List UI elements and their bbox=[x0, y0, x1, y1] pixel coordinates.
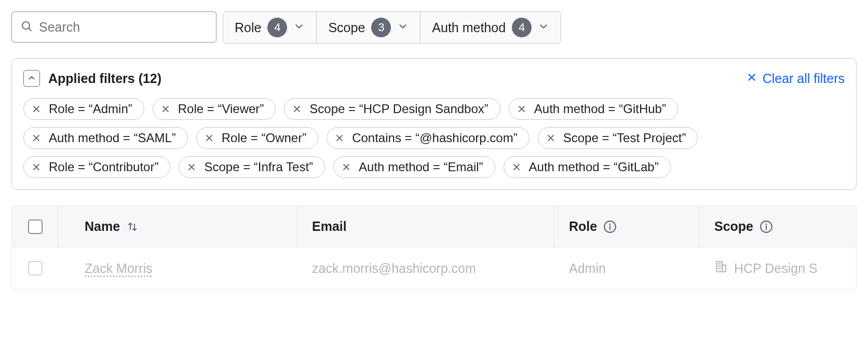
filter-chip: Auth method = “GitLab” bbox=[504, 156, 671, 178]
filter-chip: Scope = “HCP Design Sandbox” bbox=[284, 98, 500, 120]
chip-label: Scope = “Infra Test” bbox=[204, 160, 313, 174]
chip-close-icon[interactable] bbox=[341, 162, 351, 172]
chip-close-icon[interactable] bbox=[334, 133, 345, 143]
sort-icon bbox=[126, 221, 139, 233]
column-header-label: Name bbox=[85, 219, 120, 234]
chip-label: Role = “Contributor” bbox=[49, 160, 158, 174]
chip-label: Role = “Admin” bbox=[49, 102, 132, 116]
column-header-label: Scope bbox=[714, 219, 753, 234]
applied-filters-header: Applied filters (12) Clear all filters bbox=[23, 70, 845, 87]
chip-close-icon[interactable] bbox=[31, 133, 42, 143]
filter-label: Role bbox=[235, 20, 261, 35]
column-header-label: Email bbox=[312, 219, 347, 234]
row-checkbox-cell bbox=[12, 247, 59, 289]
cell-name[interactable]: Zack Morris bbox=[59, 247, 297, 289]
chevron-down-icon bbox=[538, 20, 549, 35]
chevron-down-icon bbox=[397, 20, 409, 35]
filter-chip: Scope = “Infra Test” bbox=[179, 156, 325, 178]
chip-close-icon[interactable] bbox=[517, 104, 527, 114]
chip-close-icon[interactable] bbox=[31, 104, 42, 114]
user-email: zack.morris@hashicorp.com bbox=[312, 261, 476, 276]
applied-filters-title: Applied filters (12) bbox=[48, 71, 161, 86]
building-icon bbox=[714, 260, 728, 277]
search-icon bbox=[20, 20, 39, 34]
info-icon[interactable] bbox=[760, 220, 773, 233]
filter-chips: Role = “Admin” Role = “Viewer” Scope = “… bbox=[23, 98, 845, 178]
info-icon[interactable] bbox=[603, 220, 617, 233]
chip-label: Role = “Viewer” bbox=[178, 102, 264, 116]
filter-chip: Auth method = “SAML” bbox=[23, 127, 188, 149]
filter-chip: Auth method = “Email” bbox=[333, 156, 495, 178]
chip-label: Scope = “HCP Design Sandbox” bbox=[309, 102, 488, 116]
chevron-down-icon bbox=[293, 20, 305, 35]
filter-chip: Contains = “@hashicorp.com” bbox=[327, 127, 530, 149]
column-header-label: Role bbox=[569, 219, 597, 234]
filter-label: Auth method bbox=[432, 20, 506, 35]
cell-scope: HCP Design S bbox=[700, 247, 856, 289]
search-input[interactable] bbox=[39, 20, 208, 35]
chip-label: Auth method = “GitLab” bbox=[529, 160, 659, 174]
filter-chip: Role = “Owner” bbox=[196, 127, 318, 149]
select-all-checkbox[interactable] bbox=[28, 219, 43, 234]
filter-toolbar: Role 4 Scope 3 Auth method 4 bbox=[11, 11, 857, 44]
filter-chip: Auth method = “GitHub” bbox=[509, 98, 678, 120]
chip-close-icon[interactable] bbox=[292, 104, 302, 114]
chip-label: Auth method = “SAML” bbox=[49, 131, 176, 145]
filter-dropdown-group: Role 4 Scope 3 Auth method 4 bbox=[223, 11, 561, 44]
filter-count-badge: 4 bbox=[512, 18, 532, 37]
chip-label: Scope = “Test Project” bbox=[563, 131, 686, 145]
column-header-scope[interactable]: Scope bbox=[700, 206, 856, 247]
column-header-email[interactable]: Email bbox=[297, 206, 554, 247]
chip-close-icon[interactable] bbox=[204, 133, 214, 143]
table-header-row: Name Email Role Scope bbox=[12, 206, 856, 247]
clear-all-filters-link[interactable]: Clear all filters bbox=[746, 71, 845, 86]
chip-close-icon[interactable] bbox=[511, 162, 522, 172]
filter-authmethod-button[interactable]: Auth method 4 bbox=[421, 12, 561, 43]
user-name-link[interactable]: Zack Morris bbox=[85, 261, 153, 276]
svg-point-33 bbox=[766, 224, 766, 224]
users-table: Name Email Role Scope Zack Morris bbox=[11, 205, 857, 290]
svg-point-30 bbox=[610, 224, 611, 224]
collapse-filters-button[interactable] bbox=[23, 70, 40, 87]
filter-chip: Scope = “Test Project” bbox=[538, 127, 698, 149]
clear-all-label: Clear all filters bbox=[763, 71, 845, 86]
chip-label: Auth method = “GitHub” bbox=[534, 102, 666, 116]
column-header-role[interactable]: Role bbox=[554, 206, 700, 247]
filter-label: Scope bbox=[328, 20, 365, 35]
chip-label: Auth method = “Email” bbox=[359, 160, 483, 174]
filter-chip: Role = “Viewer” bbox=[153, 98, 276, 120]
search-box[interactable] bbox=[11, 11, 216, 43]
filter-scope-button[interactable]: Scope 3 bbox=[317, 12, 421, 43]
chip-label: Contains = “@hashicorp.com” bbox=[352, 131, 518, 145]
filter-role-button[interactable]: Role 4 bbox=[223, 12, 317, 43]
filter-chip: Role = “Admin” bbox=[23, 98, 144, 120]
chip-close-icon[interactable] bbox=[31, 162, 42, 172]
user-scope: HCP Design S bbox=[734, 261, 818, 276]
column-header-name[interactable]: Name bbox=[59, 206, 297, 247]
applied-filters-panel: Applied filters (12) Clear all filters R… bbox=[11, 58, 857, 190]
user-role: Admin bbox=[569, 261, 606, 276]
chip-label: Role = “Owner” bbox=[222, 131, 306, 145]
filter-count-badge: 4 bbox=[267, 18, 287, 37]
cell-email: zack.morris@hashicorp.com bbox=[297, 247, 554, 289]
row-checkbox[interactable] bbox=[28, 261, 43, 276]
svg-line-1 bbox=[29, 28, 31, 31]
chip-close-icon[interactable] bbox=[160, 104, 171, 114]
cell-role: Admin bbox=[554, 247, 700, 289]
filter-count-badge: 3 bbox=[371, 18, 391, 37]
chip-close-icon[interactable] bbox=[186, 162, 197, 172]
chip-close-icon[interactable] bbox=[546, 133, 556, 143]
table-row: Zack Morris zack.morris@hashicorp.com Ad… bbox=[12, 247, 856, 289]
column-header-checkbox bbox=[12, 206, 59, 247]
filter-chip: Role = “Contributor” bbox=[23, 156, 170, 178]
chevron-up-icon bbox=[27, 73, 36, 84]
close-icon bbox=[746, 71, 757, 86]
